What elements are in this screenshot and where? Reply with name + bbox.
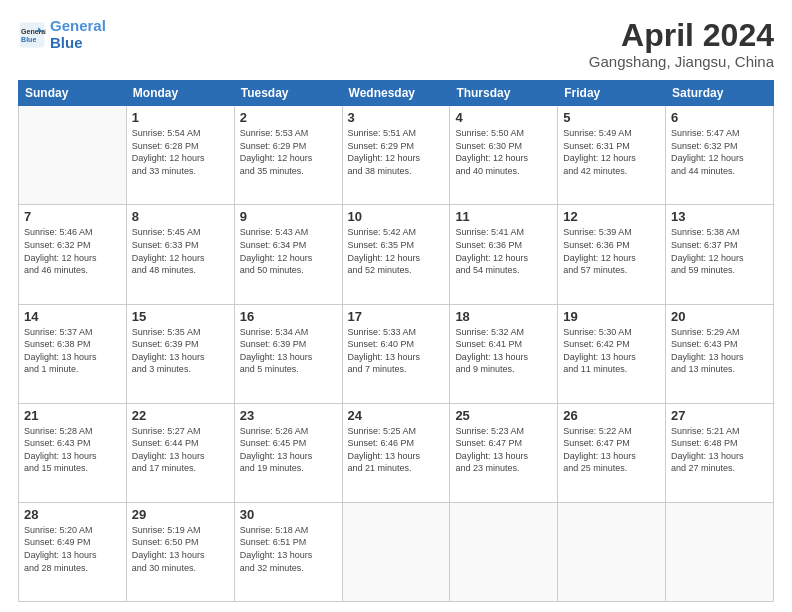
day-cell: 12Sunrise: 5:39 AM Sunset: 6:36 PM Dayli… — [558, 205, 666, 304]
day-info: Sunrise: 5:38 AM Sunset: 6:37 PM Dayligh… — [671, 226, 768, 276]
col-header-monday: Monday — [126, 81, 234, 106]
calendar-page: General Blue GeneralBlue April 2024 Gang… — [0, 0, 792, 612]
day-cell: 8Sunrise: 5:45 AM Sunset: 6:33 PM Daylig… — [126, 205, 234, 304]
day-number: 1 — [132, 110, 229, 125]
day-info: Sunrise: 5:41 AM Sunset: 6:36 PM Dayligh… — [455, 226, 552, 276]
day-cell: 16Sunrise: 5:34 AM Sunset: 6:39 PM Dayli… — [234, 304, 342, 403]
day-info: Sunrise: 5:35 AM Sunset: 6:39 PM Dayligh… — [132, 326, 229, 376]
day-cell: 28Sunrise: 5:20 AM Sunset: 6:49 PM Dayli… — [19, 502, 127, 601]
day-info: Sunrise: 5:46 AM Sunset: 6:32 PM Dayligh… — [24, 226, 121, 276]
day-cell: 2Sunrise: 5:53 AM Sunset: 6:29 PM Daylig… — [234, 106, 342, 205]
day-number: 30 — [240, 507, 337, 522]
day-number: 17 — [348, 309, 445, 324]
day-info: Sunrise: 5:54 AM Sunset: 6:28 PM Dayligh… — [132, 127, 229, 177]
day-cell: 6Sunrise: 5:47 AM Sunset: 6:32 PM Daylig… — [666, 106, 774, 205]
day-cell: 24Sunrise: 5:25 AM Sunset: 6:46 PM Dayli… — [342, 403, 450, 502]
day-cell: 10Sunrise: 5:42 AM Sunset: 6:35 PM Dayli… — [342, 205, 450, 304]
day-number: 24 — [348, 408, 445, 423]
day-cell: 11Sunrise: 5:41 AM Sunset: 6:36 PM Dayli… — [450, 205, 558, 304]
day-info: Sunrise: 5:42 AM Sunset: 6:35 PM Dayligh… — [348, 226, 445, 276]
day-number: 16 — [240, 309, 337, 324]
week-row-2: 7Sunrise: 5:46 AM Sunset: 6:32 PM Daylig… — [19, 205, 774, 304]
day-cell: 21Sunrise: 5:28 AM Sunset: 6:43 PM Dayli… — [19, 403, 127, 502]
week-row-1: 1Sunrise: 5:54 AM Sunset: 6:28 PM Daylig… — [19, 106, 774, 205]
col-header-wednesday: Wednesday — [342, 81, 450, 106]
day-cell: 3Sunrise: 5:51 AM Sunset: 6:29 PM Daylig… — [342, 106, 450, 205]
day-number: 26 — [563, 408, 660, 423]
day-number: 8 — [132, 209, 229, 224]
day-number: 22 — [132, 408, 229, 423]
day-info: Sunrise: 5:47 AM Sunset: 6:32 PM Dayligh… — [671, 127, 768, 177]
col-header-saturday: Saturday — [666, 81, 774, 106]
day-info: Sunrise: 5:23 AM Sunset: 6:47 PM Dayligh… — [455, 425, 552, 475]
header-row: SundayMondayTuesdayWednesdayThursdayFrid… — [19, 81, 774, 106]
col-header-sunday: Sunday — [19, 81, 127, 106]
day-cell — [19, 106, 127, 205]
day-cell: 18Sunrise: 5:32 AM Sunset: 6:41 PM Dayli… — [450, 304, 558, 403]
day-cell: 30Sunrise: 5:18 AM Sunset: 6:51 PM Dayli… — [234, 502, 342, 601]
day-cell: 26Sunrise: 5:22 AM Sunset: 6:47 PM Dayli… — [558, 403, 666, 502]
day-number: 2 — [240, 110, 337, 125]
day-number: 14 — [24, 309, 121, 324]
week-row-5: 28Sunrise: 5:20 AM Sunset: 6:49 PM Dayli… — [19, 502, 774, 601]
day-number: 11 — [455, 209, 552, 224]
day-cell — [558, 502, 666, 601]
day-cell: 29Sunrise: 5:19 AM Sunset: 6:50 PM Dayli… — [126, 502, 234, 601]
logo: General Blue GeneralBlue — [18, 18, 106, 51]
day-cell: 20Sunrise: 5:29 AM Sunset: 6:43 PM Dayli… — [666, 304, 774, 403]
day-number: 28 — [24, 507, 121, 522]
title-block: April 2024 Gangshang, Jiangsu, China — [589, 18, 774, 70]
day-number: 29 — [132, 507, 229, 522]
location: Gangshang, Jiangsu, China — [589, 53, 774, 70]
day-info: Sunrise: 5:18 AM Sunset: 6:51 PM Dayligh… — [240, 524, 337, 574]
day-info: Sunrise: 5:49 AM Sunset: 6:31 PM Dayligh… — [563, 127, 660, 177]
svg-text:Blue: Blue — [21, 36, 36, 43]
day-cell: 13Sunrise: 5:38 AM Sunset: 6:37 PM Dayli… — [666, 205, 774, 304]
day-number: 19 — [563, 309, 660, 324]
week-row-4: 21Sunrise: 5:28 AM Sunset: 6:43 PM Dayli… — [19, 403, 774, 502]
day-info: Sunrise: 5:34 AM Sunset: 6:39 PM Dayligh… — [240, 326, 337, 376]
day-number: 12 — [563, 209, 660, 224]
day-number: 7 — [24, 209, 121, 224]
day-info: Sunrise: 5:50 AM Sunset: 6:30 PM Dayligh… — [455, 127, 552, 177]
day-cell: 5Sunrise: 5:49 AM Sunset: 6:31 PM Daylig… — [558, 106, 666, 205]
day-cell — [342, 502, 450, 601]
day-cell: 15Sunrise: 5:35 AM Sunset: 6:39 PM Dayli… — [126, 304, 234, 403]
day-info: Sunrise: 5:26 AM Sunset: 6:45 PM Dayligh… — [240, 425, 337, 475]
day-number: 15 — [132, 309, 229, 324]
week-row-3: 14Sunrise: 5:37 AM Sunset: 6:38 PM Dayli… — [19, 304, 774, 403]
day-info: Sunrise: 5:33 AM Sunset: 6:40 PM Dayligh… — [348, 326, 445, 376]
day-number: 23 — [240, 408, 337, 423]
day-cell — [666, 502, 774, 601]
day-number: 18 — [455, 309, 552, 324]
day-info: Sunrise: 5:25 AM Sunset: 6:46 PM Dayligh… — [348, 425, 445, 475]
day-cell: 17Sunrise: 5:33 AM Sunset: 6:40 PM Dayli… — [342, 304, 450, 403]
day-cell: 27Sunrise: 5:21 AM Sunset: 6:48 PM Dayli… — [666, 403, 774, 502]
day-number: 13 — [671, 209, 768, 224]
day-number: 5 — [563, 110, 660, 125]
day-cell: 25Sunrise: 5:23 AM Sunset: 6:47 PM Dayli… — [450, 403, 558, 502]
day-info: Sunrise: 5:45 AM Sunset: 6:33 PM Dayligh… — [132, 226, 229, 276]
day-info: Sunrise: 5:53 AM Sunset: 6:29 PM Dayligh… — [240, 127, 337, 177]
day-cell: 1Sunrise: 5:54 AM Sunset: 6:28 PM Daylig… — [126, 106, 234, 205]
day-cell: 9Sunrise: 5:43 AM Sunset: 6:34 PM Daylig… — [234, 205, 342, 304]
logo-text: GeneralBlue — [50, 18, 106, 51]
calendar-table: SundayMondayTuesdayWednesdayThursdayFrid… — [18, 80, 774, 602]
day-number: 4 — [455, 110, 552, 125]
day-number: 10 — [348, 209, 445, 224]
day-number: 20 — [671, 309, 768, 324]
day-info: Sunrise: 5:21 AM Sunset: 6:48 PM Dayligh… — [671, 425, 768, 475]
day-info: Sunrise: 5:20 AM Sunset: 6:49 PM Dayligh… — [24, 524, 121, 574]
day-number: 25 — [455, 408, 552, 423]
day-info: Sunrise: 5:39 AM Sunset: 6:36 PM Dayligh… — [563, 226, 660, 276]
day-cell: 19Sunrise: 5:30 AM Sunset: 6:42 PM Dayli… — [558, 304, 666, 403]
day-cell — [450, 502, 558, 601]
day-info: Sunrise: 5:19 AM Sunset: 6:50 PM Dayligh… — [132, 524, 229, 574]
day-number: 9 — [240, 209, 337, 224]
day-cell: 23Sunrise: 5:26 AM Sunset: 6:45 PM Dayli… — [234, 403, 342, 502]
col-header-friday: Friday — [558, 81, 666, 106]
day-number: 3 — [348, 110, 445, 125]
month-title: April 2024 — [589, 18, 774, 53]
day-number: 21 — [24, 408, 121, 423]
logo-icon: General Blue — [18, 21, 46, 49]
